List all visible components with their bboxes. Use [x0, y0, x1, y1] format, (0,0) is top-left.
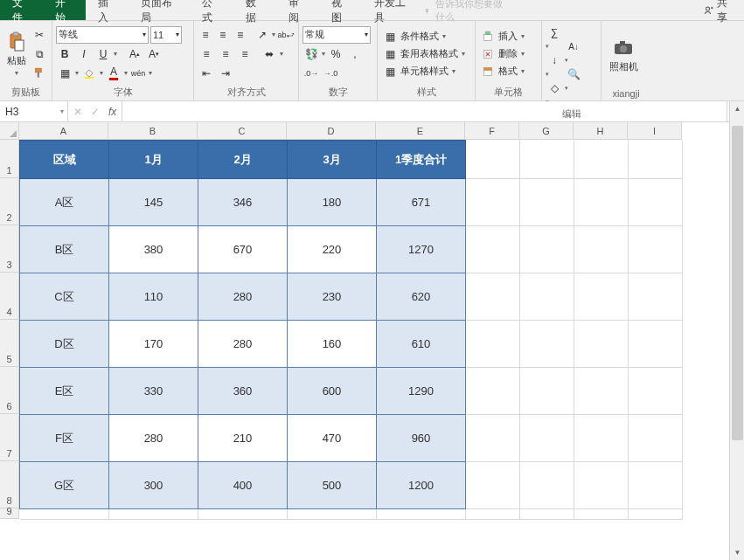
cell[interactable]: 280	[109, 415, 198, 462]
underline-button[interactable]: U	[94, 45, 112, 63]
row-header[interactable]: 9	[0, 508, 19, 519]
cell[interactable]	[377, 509, 466, 520]
cell[interactable]	[574, 368, 629, 415]
tell-me-input[interactable]: 告诉我你想要做什么	[435, 0, 511, 24]
tab-data[interactable]: 数据	[233, 0, 276, 20]
cancel-formula-button[interactable]: ✕	[73, 106, 82, 118]
format-as-table-button[interactable]: ▦套用表格格式▾	[381, 46, 471, 62]
cell[interactable]	[629, 368, 683, 415]
cell[interactable]: 380	[109, 226, 198, 273]
enter-formula-button[interactable]: ✓	[91, 106, 100, 118]
scroll-down-button[interactable]: ▼	[730, 545, 744, 560]
tab-insert[interactable]: 插入	[86, 0, 129, 20]
decrease-indent-button[interactable]: ⇤	[198, 65, 215, 82]
select-all-corner[interactable]	[0, 122, 19, 140]
cell[interactable]	[574, 179, 629, 226]
cell[interactable]	[466, 462, 520, 509]
cell[interactable]: 3月	[288, 141, 377, 179]
cell[interactable]	[629, 273, 683, 321]
tab-view[interactable]: 视图	[319, 0, 362, 20]
share-button[interactable]: 共享	[704, 0, 735, 25]
cell[interactable]: C区	[20, 273, 109, 321]
cell[interactable]	[520, 226, 574, 273]
merge-button[interactable]: ⬌	[261, 45, 278, 63]
cell[interactable]: 1200	[377, 462, 466, 509]
autosum-button[interactable]: ∑	[546, 24, 563, 41]
cell[interactable]	[466, 273, 520, 321]
format-cells-button[interactable]: 格式▾	[479, 64, 538, 80]
cell[interactable]: 145	[109, 179, 198, 226]
row-header[interactable]: 6	[0, 367, 19, 414]
cell[interactable]: 1月	[109, 141, 198, 179]
cell[interactable]: 960	[377, 415, 466, 462]
cell[interactable]	[629, 321, 683, 368]
cell[interactable]	[520, 415, 574, 462]
cell[interactable]: 400	[198, 462, 288, 509]
row-header[interactable]: 3	[0, 225, 19, 273]
grow-font-button[interactable]: A▴	[126, 45, 143, 63]
clear-button[interactable]: ◇	[546, 80, 563, 97]
align-bottom-button[interactable]: ≡	[233, 26, 248, 44]
scroll-up-button[interactable]: ▲	[730, 101, 744, 116]
column-header[interactable]: D	[287, 122, 376, 140]
font-name-combo[interactable]: 等线▾	[56, 26, 149, 44]
column-header[interactable]: A	[19, 122, 108, 140]
cell[interactable]	[466, 509, 520, 520]
cell[interactable]	[574, 273, 629, 321]
cell[interactable]: E区	[20, 368, 109, 415]
row-header[interactable]: 7	[0, 414, 19, 461]
column-header[interactable]: C	[198, 122, 287, 140]
row-header[interactable]: 4	[0, 273, 19, 320]
cut-button[interactable]: ✂	[31, 26, 48, 44]
cell[interactable]: 180	[288, 179, 377, 226]
tab-pagelayout[interactable]: 页面布局	[129, 0, 190, 20]
cell[interactable]: 280	[198, 273, 288, 321]
cell[interactable]	[520, 368, 574, 415]
cell[interactable]: 360	[198, 368, 288, 415]
cell[interactable]: 1季度合计	[377, 141, 466, 179]
shrink-font-button[interactable]: A▾	[145, 45, 163, 63]
cell[interactable]: 160	[288, 321, 377, 368]
increase-indent-button[interactable]: ⇥	[217, 65, 234, 82]
align-right-button[interactable]: ≡	[236, 45, 254, 63]
cell[interactable]: 110	[109, 273, 198, 321]
camera-button[interactable]: 照相机	[605, 24, 642, 86]
cell[interactable]	[629, 226, 683, 273]
spreadsheet-grid[interactable]: ABCDEFGHI 123456789 区域1月2月3月1季度合计A区14534…	[0, 122, 744, 560]
cell[interactable]: 区域	[20, 141, 109, 179]
vertical-scrollbar[interactable]: ▲ ▼	[729, 101, 744, 560]
column-header[interactable]: E	[376, 122, 465, 140]
cell[interactable]: 600	[288, 368, 377, 415]
cell[interactable]	[574, 462, 629, 509]
cell[interactable]: 1270	[377, 226, 466, 273]
font-color-button[interactable]: A	[105, 65, 122, 82]
align-top-button[interactable]: ≡	[198, 26, 213, 44]
cell[interactable]	[629, 141, 683, 179]
cell[interactable]: 210	[198, 415, 288, 462]
row-header[interactable]: 5	[0, 320, 19, 367]
increase-decimal-button[interactable]: .0→	[302, 65, 320, 82]
cell[interactable]	[520, 509, 574, 520]
tab-review[interactable]: 审阅	[276, 0, 319, 20]
percent-button[interactable]: %	[327, 45, 344, 63]
column-header[interactable]: F	[465, 122, 519, 140]
cell[interactable]	[574, 509, 629, 520]
tab-developer[interactable]: 开发工具	[362, 0, 423, 20]
cell[interactable]	[629, 179, 683, 226]
italic-button[interactable]: I	[75, 45, 93, 63]
format-painter-button[interactable]	[31, 65, 48, 82]
paste-button[interactable]: 粘贴 ▾	[3, 24, 29, 84]
cell[interactable]: A区	[20, 179, 109, 226]
cell[interactable]	[520, 321, 574, 368]
cell[interactable]: 610	[377, 321, 466, 368]
row-header[interactable]: 2	[0, 178, 19, 225]
cell[interactable]: 670	[198, 226, 288, 273]
cell[interactable]	[198, 509, 288, 520]
decrease-decimal-button[interactable]: →.0	[322, 65, 339, 82]
cell[interactable]	[520, 179, 574, 226]
cell[interactable]	[520, 462, 574, 509]
scroll-thumb[interactable]	[732, 126, 743, 440]
cell[interactable]	[574, 415, 629, 462]
cell[interactable]	[629, 509, 683, 520]
cell[interactable]	[20, 509, 109, 520]
